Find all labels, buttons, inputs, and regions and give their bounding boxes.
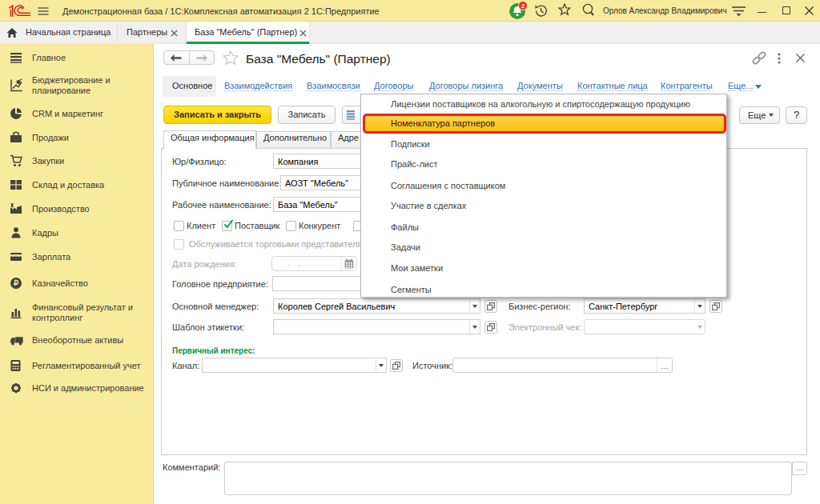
svg-text:₽: ₽ <box>14 278 18 287</box>
svg-text:2: 2 <box>521 2 525 10</box>
